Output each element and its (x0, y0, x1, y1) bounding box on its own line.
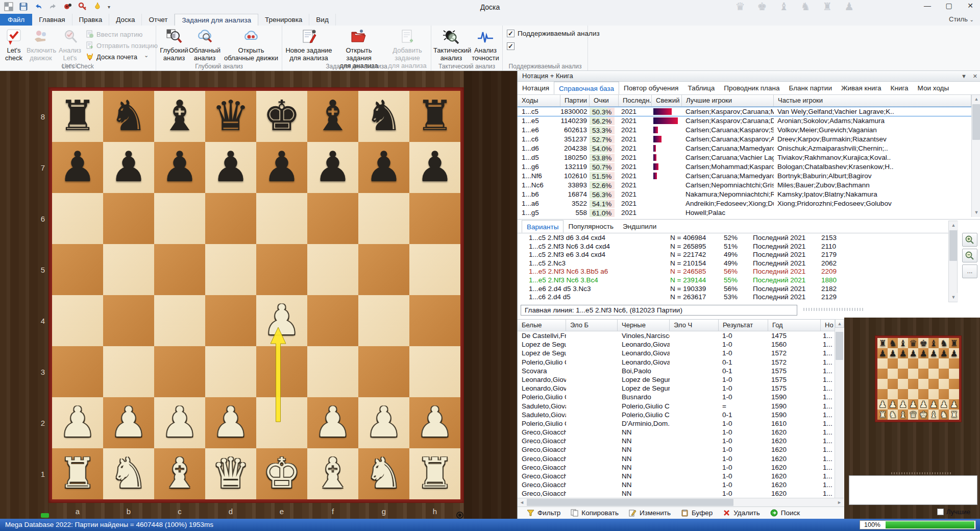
square-h7[interactable]: ♟ (949, 348, 959, 358)
variant-row[interactable]: 1...c5 2.Nf3 d6 3.d4 cxd4N = 40698452%По… (518, 234, 949, 243)
square-a3[interactable] (52, 346, 103, 397)
quick-analysis-checkbox[interactable]: ✓ (507, 42, 518, 50)
square-h4[interactable] (409, 295, 460, 346)
minimize-button[interactable]: — (923, 2, 932, 10)
square-e1[interactable]: ♚ (256, 448, 307, 499)
menu-tab-Отчет[interactable]: Отчет (142, 14, 175, 26)
book-move-row[interactable]: 1...Nf610261051.5%2021Carlsen;Caruana;Ma… (518, 172, 971, 181)
square-b1[interactable]: ♞ (888, 409, 898, 420)
cloud-analysis-button[interactable]: Облачныйанализ (189, 27, 220, 62)
square-f8[interactable]: ♝ (928, 338, 939, 348)
variant-row[interactable]: 1...c5 2.Nc3N = 21015449%Последний 20212… (518, 259, 949, 268)
variant-row[interactable]: 1...e5 2.Nf3 Nc6 3.Bc4N = 23914455%После… (518, 276, 949, 285)
square-e5[interactable] (256, 244, 307, 295)
game-row[interactable]: Leonardo,Giov..Lopez de Segura..1-015751… (518, 375, 835, 384)
square-g6[interactable] (939, 358, 949, 369)
games-vscrollbar[interactable]: ▲ (835, 319, 844, 498)
panel-tab-Бланк партии[interactable]: Бланк партии (784, 82, 837, 94)
filter-button[interactable]: Фильтр (527, 509, 560, 517)
column-header-Партии[interactable]: Партии (560, 95, 590, 107)
qat-more-icon[interactable]: ▾ (108, 4, 110, 10)
book-move-row[interactable]: 1...c635123752.7%2021Carlsen;Caruana;Kas… (518, 135, 971, 144)
panel-tab-Таблица[interactable]: Таблица (683, 82, 719, 94)
zoom-out-button[interactable] (962, 249, 977, 262)
square-f2[interactable]: ♟ (307, 397, 358, 448)
square-h1[interactable]: ♜ (409, 448, 460, 499)
square-d7[interactable]: ♟ (205, 142, 256, 193)
menu-tab-Тренировка[interactable]: Тренировка (258, 14, 309, 26)
scroll-up-icon[interactable]: ▲ (835, 319, 844, 328)
undo-icon[interactable] (34, 2, 43, 11)
enter-game-button[interactable]: Ввести партию (86, 29, 142, 39)
send-position-button[interactable]: Отправить позицию (86, 40, 158, 51)
close-button[interactable]: ✕ (966, 2, 975, 10)
panel-dropdown-icon[interactable]: ▼ (961, 71, 967, 82)
variant-row[interactable]: 1...c5 2.Nf3 Nc6 3.d4 cxd4N = 26589551%П… (518, 243, 949, 251)
panel-tab-Живая книга[interactable]: Живая книга (837, 82, 886, 94)
square-a3[interactable] (877, 389, 888, 399)
square-e8[interactable]: ♚ (256, 91, 307, 142)
game-row[interactable]: Greco,Gioacchi..NN1-016201... (518, 463, 835, 472)
column-header-Эло Ч[interactable]: Эло Ч (670, 320, 719, 331)
square-g6[interactable] (358, 193, 409, 244)
best-checkbox[interactable]: Лучшие (937, 508, 970, 516)
square-e2[interactable] (256, 397, 307, 448)
book-move-row[interactable]: 1...a6352254.1%2021Andreikin;Fedoseev;Xi… (518, 199, 971, 208)
square-b3[interactable] (888, 389, 898, 399)
square-d5[interactable] (205, 244, 256, 295)
game-row[interactable]: Greco,Gioacchi..NN1-016201... (518, 472, 835, 480)
square-d1[interactable]: ♛ (205, 448, 256, 499)
scroll-left-icon[interactable]: ◄ (518, 498, 526, 506)
square-b2[interactable]: ♟ (103, 397, 154, 448)
square-e3[interactable] (256, 346, 307, 397)
square-c3[interactable] (154, 346, 205, 397)
column-header-Черные[interactable]: Черные (618, 320, 670, 331)
square-c8[interactable]: ♝ (154, 91, 205, 142)
square-b7[interactable]: ♟ (888, 348, 898, 358)
book-move-row[interactable]: 1...b61687456.3%2021Nakamura;Nepomniacht… (518, 190, 971, 199)
edit-button[interactable]: Изменить (629, 509, 671, 517)
square-f3[interactable] (307, 346, 358, 397)
square-b8[interactable]: ♞ (103, 91, 154, 142)
square-a5[interactable] (877, 369, 888, 379)
square-e1[interactable]: ♚ (918, 409, 928, 420)
square-d6[interactable] (908, 358, 918, 369)
square-b8[interactable]: ♞ (888, 338, 898, 348)
main-line-bar[interactable]: Главная линия: 1...e5 2.Nf3 Nc6, (812023… (521, 305, 797, 316)
game-row[interactable]: Greco,Gioacchi..NN1-016201... (518, 445, 835, 454)
square-g1[interactable]: ♞ (939, 409, 949, 420)
square-b2[interactable]: ♟ (888, 399, 898, 409)
scroll-up-icon[interactable]: ▲ (949, 221, 958, 230)
square-c4[interactable] (898, 379, 908, 389)
square-a1[interactable]: ♜ (52, 448, 103, 499)
panel-tab-Книга[interactable]: Книга (886, 82, 913, 94)
square-b5[interactable] (103, 244, 154, 295)
game-row[interactable]: Polerio,Giulio C..Busnardo1-015901... (518, 393, 835, 401)
square-d3[interactable] (205, 346, 256, 397)
square-g3[interactable] (358, 346, 409, 397)
game-row[interactable]: Lopez de Segur..Leonardo,Giovan..1-01572… (518, 349, 835, 357)
square-e7[interactable]: ♟ (256, 142, 307, 193)
game-row[interactable]: De Castellvi,Fra..Vinoles,Narcisco1-0147… (518, 331, 835, 340)
variants-tab-Варианты[interactable]: Варианты (522, 220, 564, 233)
square-a7[interactable]: ♟ (52, 142, 103, 193)
square-b4[interactable] (103, 295, 154, 346)
square-h2[interactable]: ♟ (949, 399, 959, 409)
panel-tab-Нотация[interactable]: Нотация (518, 82, 554, 94)
square-d2[interactable]: ♟ (205, 397, 256, 448)
square-e6[interactable] (256, 193, 307, 244)
square-g5[interactable] (939, 369, 949, 379)
square-e7[interactable]: ♟ (918, 348, 928, 358)
delete-button[interactable]: Удалить (723, 509, 760, 517)
square-d3[interactable] (908, 389, 918, 399)
square-g3[interactable] (939, 389, 949, 399)
square-f5[interactable] (928, 369, 939, 379)
square-f5[interactable] (307, 244, 358, 295)
square-b6[interactable] (888, 358, 898, 369)
square-b6[interactable] (103, 193, 154, 244)
engine-icon[interactable] (63, 2, 72, 11)
chess-board[interactable]: ♜♞♝♛♚♝♞♜♟♟♟♟♟♟♟♟♟♟♟♟♟♟♟♟♜♞♝♛♚♝♞♜ (52, 91, 460, 499)
square-f3[interactable] (928, 389, 939, 399)
redo-icon[interactable] (48, 2, 58, 11)
game-row[interactable]: Greco,Gioacchi..NN1-016201... (518, 454, 835, 463)
